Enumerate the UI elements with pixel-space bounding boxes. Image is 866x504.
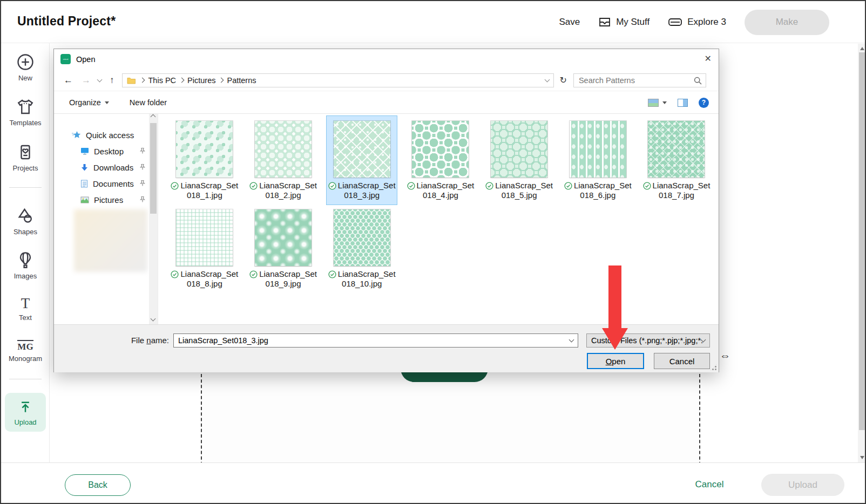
- up-arrow-icon[interactable]: ↑: [110, 76, 114, 85]
- machine-icon: [668, 17, 682, 28]
- my-stuff-button[interactable]: My Stuff: [598, 16, 650, 28]
- shapes-icon: [16, 206, 35, 226]
- file-thumbnail: [176, 209, 233, 266]
- sidebar-divider: [9, 187, 42, 188]
- sidebar-item-monogram[interactable]: MG Monogram: [1, 340, 50, 363]
- sidebar-item-images[interactable]: Images: [1, 250, 50, 280]
- dialog-cancel-button[interactable]: Cancel: [654, 353, 710, 369]
- upload-button[interactable]: Upload: [761, 474, 844, 496]
- file-thumbnail: [334, 121, 390, 178]
- file-item-selected[interactable]: LianaScrap_Set 018_3.jpg: [327, 116, 397, 205]
- sidebar-item-label: Images: [14, 272, 37, 280]
- synced-check-icon: [249, 270, 258, 278]
- new-icon: [16, 52, 35, 72]
- tree-item-quick-access[interactable]: Quick access: [54, 127, 148, 142]
- sidebar-item-text[interactable]: T Text: [1, 295, 50, 322]
- dialog-title: Open: [76, 49, 95, 70]
- synced-check-icon: [643, 182, 651, 190]
- tree-item-documents[interactable]: Documents: [54, 176, 148, 191]
- organize-menu[interactable]: Organize: [69, 98, 109, 107]
- sidebar-item-label: Shapes: [13, 228, 37, 236]
- breadcrumb-patterns[interactable]: Patterns: [225, 76, 258, 85]
- file-item[interactable]: LianaScrap_Set 018_10.jpg: [327, 205, 397, 293]
- file-name-input[interactable]: [174, 334, 578, 347]
- scrollbar-thumb[interactable]: [859, 52, 866, 430]
- file-item[interactable]: LianaScrap_Set 018_8.jpg: [170, 205, 240, 293]
- search-icon: [694, 77, 702, 85]
- sidebar-item-new[interactable]: New: [1, 52, 50, 82]
- help-icon[interactable]: ?: [699, 98, 709, 108]
- breadcrumb-chevron-icon: [139, 78, 145, 83]
- recent-locations-chevron-icon[interactable]: [97, 77, 103, 82]
- resize-grip[interactable]: [710, 364, 717, 371]
- sidebar-item-templates[interactable]: Templates: [1, 97, 50, 127]
- file-thumbnail: [255, 209, 312, 266]
- file-thumbnail: [334, 209, 390, 266]
- open-button[interactable]: Open: [587, 353, 644, 369]
- sidebar-divider: [9, 379, 42, 379]
- refresh-icon[interactable]: ↻: [560, 76, 567, 85]
- search-input[interactable]: [574, 74, 706, 87]
- tree-item-desktop[interactable]: Desktop: [54, 144, 148, 159]
- sidebar-item-label: Templates: [9, 119, 41, 127]
- synced-check-icon: [328, 182, 336, 190]
- caret-down-icon: [105, 101, 109, 104]
- explore-label: Explore 3: [687, 17, 726, 28]
- scroll-down-icon[interactable]: [151, 316, 156, 322]
- file-item[interactable]: LianaScrap_Set 018_5.jpg: [484, 116, 554, 205]
- make-button[interactable]: Make: [745, 10, 829, 35]
- sidebar-item-label: Text: [19, 314, 32, 322]
- save-button[interactable]: Save: [559, 17, 580, 28]
- documents-icon: [80, 180, 88, 188]
- project-card-icon: [16, 142, 35, 162]
- scrollbar-thumb[interactable]: [150, 123, 157, 214]
- file-name-label: File name:: [119, 333, 169, 348]
- scroll-down-icon[interactable]: [860, 456, 864, 459]
- pin-icon: [139, 196, 146, 203]
- tree-scrollbar[interactable]: [149, 114, 158, 324]
- dialog-titlebar[interactable]: cricut Open ✕: [54, 49, 719, 70]
- folder-tree: Quick access Desktop Downloads Documents: [54, 114, 148, 324]
- file-item[interactable]: LianaScrap_Set 018_9.jpg: [248, 205, 319, 293]
- file-item[interactable]: LianaScrap_Set 018_2.jpg: [248, 116, 319, 205]
- synced-check-icon: [171, 182, 179, 190]
- sidebar-item-shapes[interactable]: Shapes: [1, 206, 50, 236]
- new-folder-button[interactable]: New folder: [130, 98, 167, 107]
- file-thumbnail: [648, 121, 705, 178]
- downloads-icon: [80, 164, 89, 172]
- sidebar-item-projects[interactable]: Projects: [1, 142, 50, 172]
- file-type-select[interactable]: Custom Files (*.png;*.pjp;*.jpg;*.: [586, 333, 710, 348]
- preview-pane-icon[interactable]: [678, 99, 688, 107]
- open-dialog: cricut Open ✕ ← → ↑ This PC Pictures Pat…: [53, 49, 719, 372]
- address-dropdown-chevron-icon[interactable]: [544, 77, 550, 82]
- my-stuff-label: My Stuff: [616, 17, 650, 28]
- breadcrumb-this-pc[interactable]: This PC: [146, 76, 179, 85]
- back-arrow-icon[interactable]: ←: [64, 76, 73, 85]
- file-item[interactable]: LianaScrap_Set 018_7.jpg: [641, 116, 712, 205]
- synced-check-icon: [564, 182, 572, 190]
- toolbar-right-icons: ?: [648, 91, 709, 114]
- back-button[interactable]: Back: [65, 474, 131, 496]
- my-stuff-icon: [598, 16, 611, 28]
- close-icon[interactable]: ✕: [705, 54, 712, 64]
- tree-item-pictures[interactable]: Pictures: [54, 192, 148, 207]
- explore-machine-button[interactable]: Explore 3: [668, 17, 726, 28]
- scroll-up-icon[interactable]: [860, 47, 864, 50]
- file-item[interactable]: LianaScrap_Set 018_4.jpg: [405, 116, 476, 205]
- file-thumbnail: [412, 121, 469, 178]
- file-item[interactable]: LianaScrap_Set 018_6.jpg: [563, 116, 633, 205]
- sidebar-item-upload[interactable]: Upload: [5, 393, 46, 432]
- scroll-up-icon[interactable]: [151, 114, 156, 120]
- tree-item-downloads[interactable]: Downloads: [54, 160, 148, 175]
- cancel-link[interactable]: Cancel: [691, 463, 728, 504]
- file-item[interactable]: LianaScrap_Set 018_1.jpg: [170, 116, 240, 205]
- page-scrollbar[interactable]: [858, 44, 866, 462]
- breadcrumb-pictures[interactable]: Pictures: [185, 76, 218, 85]
- blurred-tree-region: [74, 209, 147, 272]
- view-mode-button[interactable]: [648, 99, 667, 107]
- thumbnail-view-icon: [648, 99, 659, 107]
- forward-arrow-icon[interactable]: →: [82, 76, 91, 85]
- breadcrumb: This PC Pictures Patterns: [122, 73, 554, 87]
- synced-check-icon: [171, 270, 179, 278]
- top-bar: Untitled Project* Save My Stuff Explore …: [1, 1, 865, 43]
